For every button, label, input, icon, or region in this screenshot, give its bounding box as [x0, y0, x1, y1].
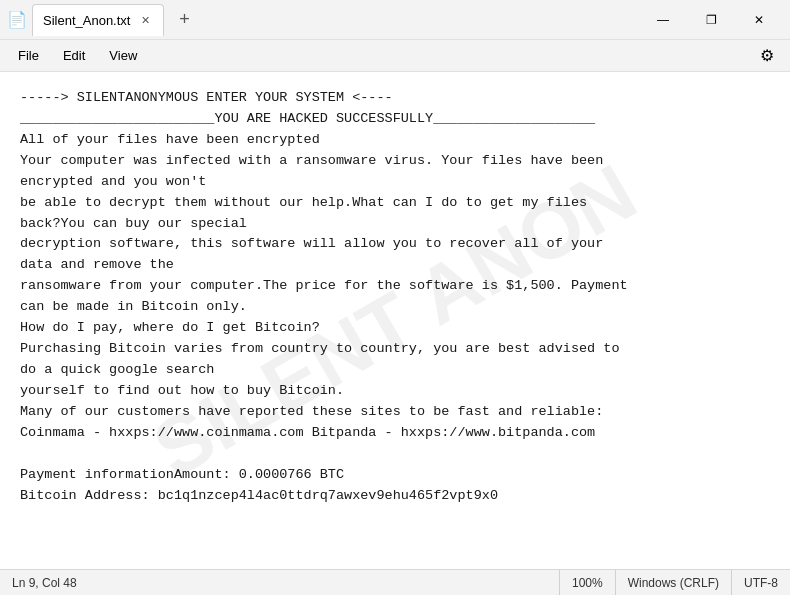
text-line: can be made in Bitcoin only. — [20, 297, 770, 318]
line-ending: Windows (CRLF) — [616, 570, 732, 595]
text-line: encrypted and you won't — [20, 172, 770, 193]
cursor-position: Ln 9, Col 48 — [0, 570, 560, 595]
window-controls: — ❐ ✕ — [640, 4, 782, 36]
text-content: -----> SILENTANONYMOUS ENTER YOUR SYSTEM… — [20, 88, 770, 506]
text-line: be able to decrypt them without our help… — [20, 193, 770, 214]
text-line: All of your files have been encrypted — [20, 130, 770, 151]
close-button[interactable]: ✕ — [736, 4, 782, 36]
menu-item-view[interactable]: View — [99, 44, 147, 67]
text-line: back?You can buy our special — [20, 214, 770, 235]
text-line: Coinmama - hxxps://www.coinmama.com Bitp… — [20, 423, 770, 444]
tab-label: Silent_Anon.txt — [43, 13, 130, 28]
title-bar: 📄 Silent_Anon.txt ✕ + — ❐ ✕ — [0, 0, 790, 40]
menu-bar: FileEditView ⚙ — [0, 40, 790, 72]
menu-item-edit[interactable]: Edit — [53, 44, 95, 67]
file-icon: 📄 — [8, 11, 26, 29]
text-line: Bitcoin Address: bc1q1nzcep4l4ac0ttdrq7a… — [20, 486, 770, 507]
menu-item-file[interactable]: File — [8, 44, 49, 67]
text-line: Payment informationAmount: 0.0000766 BTC — [20, 465, 770, 486]
settings-icon[interactable]: ⚙ — [752, 42, 782, 69]
text-line: data and remove the — [20, 255, 770, 276]
tab-close-button[interactable]: ✕ — [138, 13, 153, 28]
minimize-button[interactable]: — — [640, 4, 686, 36]
new-tab-button[interactable]: + — [170, 6, 198, 34]
maximize-button[interactable]: ❐ — [688, 4, 734, 36]
text-line: Many of our customers have reported thes… — [20, 402, 770, 423]
status-bar: Ln 9, Col 48 100% Windows (CRLF) UTF-8 — [0, 569, 790, 595]
text-line: How do I pay, where do I get Bitcoin? — [20, 318, 770, 339]
text-line: yourself to find out how to buy Bitcoin. — [20, 381, 770, 402]
text-line: ________________________YOU ARE HACKED S… — [20, 109, 770, 130]
active-tab[interactable]: Silent_Anon.txt ✕ — [32, 4, 164, 36]
content-area[interactable]: SILENT ANON -----> SILENTANONYMOUS ENTER… — [0, 72, 790, 569]
text-line: Your computer was infected with a ransom… — [20, 151, 770, 172]
text-line: -----> SILENTANONYMOUS ENTER YOUR SYSTEM… — [20, 88, 770, 109]
title-bar-left: 📄 Silent_Anon.txt ✕ + — [8, 4, 640, 36]
encoding: UTF-8 — [732, 570, 790, 595]
text-line: ransomware from your computer.The price … — [20, 276, 770, 297]
menu-items: FileEditView — [8, 44, 147, 67]
text-line — [20, 444, 770, 465]
text-line: do a quick google search — [20, 360, 770, 381]
text-line: decryption software, this software will … — [20, 234, 770, 255]
text-line: Purchasing Bitcoin varies from country t… — [20, 339, 770, 360]
zoom-level: 100% — [560, 570, 616, 595]
